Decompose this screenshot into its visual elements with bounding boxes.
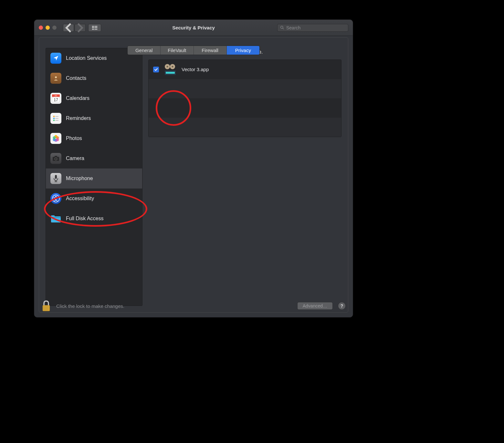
svg-point-7 [53, 116, 55, 117]
sidebar-item-camera[interactable]: Camera [46, 148, 142, 168]
sidebar-item-reminders[interactable]: Reminders [46, 108, 142, 128]
sidebar-item-contacts[interactable]: Contacts [46, 68, 142, 88]
sidebar-item-photos[interactable]: Photos [46, 128, 142, 148]
svg-rect-23 [55, 175, 57, 179]
split-view: Location Services Contacts JUL17 Calenda… [46, 48, 341, 306]
camera-icon [50, 153, 61, 164]
tab-bar: General FileVault Firewall Privacy [127, 46, 260, 55]
svg-point-0 [281, 26, 283, 28]
sidebar-item-microphone[interactable]: Microphone [46, 168, 142, 189]
app-checkbox[interactable] [153, 67, 159, 72]
reminders-icon [50, 113, 61, 124]
app-row-empty [149, 118, 341, 137]
content-pane: Location Services Contacts JUL17 Calenda… [39, 37, 348, 313]
sidebar-item-calendars[interactable]: JUL17 Calendars [46, 88, 142, 108]
sidebar-item-label: Calendars [66, 95, 89, 101]
tab-filevault[interactable]: FileVault [161, 46, 194, 55]
accessibility-icon [50, 193, 61, 204]
preferences-window: Security & Privacy Search Location Servi… [34, 19, 353, 318]
svg-rect-35 [43, 305, 50, 311]
svg-point-22 [55, 158, 57, 160]
svg-point-30 [167, 66, 168, 67]
search-placeholder: Search [286, 25, 300, 30]
show-all-button[interactable] [88, 24, 101, 32]
sidebar-item-fulldisk[interactable]: Full Disk Access [46, 209, 142, 229]
grid-icon [92, 26, 97, 30]
sidebar-item-label: Location Services [66, 55, 107, 61]
tab-firewall[interactable]: Firewall [194, 46, 227, 55]
body: Location Services Contacts JUL17 Calenda… [34, 36, 353, 317]
traffic-lights [39, 26, 57, 30]
window-zoom-button [52, 26, 57, 30]
sidebar-item-label: Camera [66, 156, 84, 161]
window-close-button[interactable] [39, 26, 43, 30]
calendar-icon: JUL17 [50, 93, 61, 104]
sidebar-item-label: Photos [66, 135, 82, 141]
sidebar-item-label: Reminders [66, 115, 91, 121]
svg-rect-28 [51, 217, 61, 218]
app-icon [163, 63, 177, 76]
sidebar-item-label: Microphone [66, 176, 93, 181]
location-icon [50, 53, 61, 64]
forward-button [75, 24, 86, 32]
detail-pane: Allow the apps below to access your micr… [148, 48, 341, 306]
titlebar: Security & Privacy Search [34, 20, 353, 36]
folder-icon [50, 213, 61, 224]
app-name: Vector 3.app [182, 67, 209, 72]
svg-line-1 [283, 28, 284, 29]
window-minimize-button[interactable] [46, 26, 50, 30]
svg-rect-34 [166, 72, 175, 74]
advanced-button[interactable]: Advanced… [297, 302, 333, 310]
sidebar-item-label: Accessibility [66, 196, 94, 201]
svg-point-2 [55, 76, 57, 78]
sidebar-item-label: Contacts [66, 75, 86, 81]
app-row[interactable]: Vector 3.app [149, 60, 341, 79]
svg-point-32 [172, 66, 173, 67]
svg-rect-20 [55, 156, 57, 157]
privacy-sidebar: Location Services Contacts JUL17 Calenda… [46, 48, 142, 306]
footer: Click the lock to make changes. Advanced… [34, 295, 353, 317]
microphone-icon [50, 173, 61, 184]
svg-point-11 [53, 120, 55, 121]
photos-icon [50, 133, 61, 144]
sidebar-item-label: Full Disk Access [66, 216, 103, 222]
nav-buttons [63, 24, 86, 32]
svg-point-27 [55, 196, 57, 197]
svg-text:JUL: JUL [55, 95, 58, 97]
app-row-empty [149, 98, 341, 118]
app-list: Vector 3.app [148, 59, 341, 137]
tab-privacy[interactable]: Privacy [227, 46, 259, 55]
search-icon [280, 26, 284, 30]
contacts-icon [50, 73, 61, 84]
sidebar-item-accessibility[interactable]: Accessibility [46, 189, 142, 209]
svg-text:17: 17 [54, 98, 58, 102]
svg-point-9 [53, 118, 55, 119]
search-field[interactable]: Search [277, 24, 348, 32]
app-row-empty [149, 79, 341, 99]
tab-general[interactable]: General [128, 46, 161, 55]
back-button[interactable] [63, 24, 74, 32]
svg-point-18 [53, 136, 56, 139]
window-title: Security & Privacy [172, 25, 215, 30]
lock-button[interactable] [41, 300, 51, 312]
lock-text: Click the lock to make changes. [56, 303, 292, 309]
help-button[interactable]: ? [338, 302, 346, 310]
